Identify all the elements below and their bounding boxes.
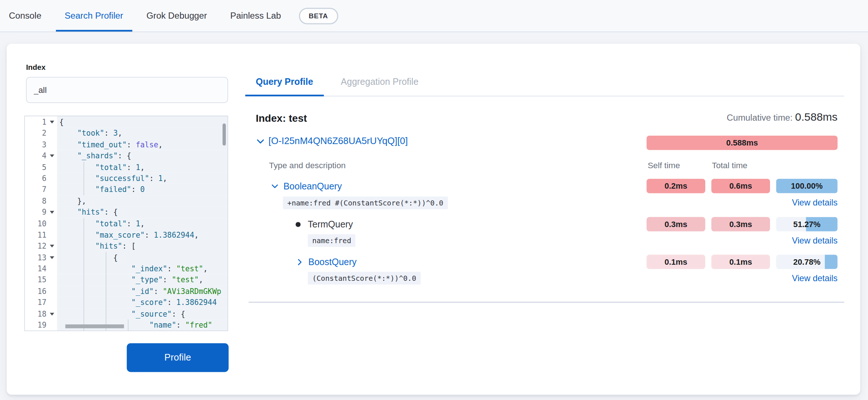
bullet-icon xyxy=(295,222,301,227)
tab-query-profile[interactable]: Query Profile xyxy=(245,68,324,96)
editor-gutter: 11 xyxy=(25,229,57,241)
self-time-badge: 0.3ms xyxy=(646,217,705,231)
index-heading: Index: test xyxy=(256,112,307,124)
editor-gutter: 12 xyxy=(25,241,57,252)
editor-line: 19 "name": "fred" xyxy=(25,320,227,331)
column-type-and-description: Type and description xyxy=(269,161,346,170)
cumulative-time: Cumulative time: 0.588ms xyxy=(505,111,837,124)
percent-badge: 100.00% xyxy=(776,179,838,193)
self-time-badge: 0.1ms xyxy=(646,254,705,269)
query-description: name:fred xyxy=(308,234,356,247)
tab-search-profiler[interactable]: Search Profiler xyxy=(56,0,132,31)
editor-line: 1{ xyxy=(25,116,227,128)
editor-horizontal-scrollbar[interactable] xyxy=(65,324,124,328)
editor-gutter: 5 xyxy=(25,161,57,173)
shard-time-badge: 0.588ms xyxy=(646,136,837,150)
editor-line: 7 "failed": 0 xyxy=(25,184,227,195)
cumulative-time-label: Cumulative time: xyxy=(727,113,792,122)
total-time-badge: 0.6ms xyxy=(712,179,770,193)
editor-line: 10 "total": 1, xyxy=(25,218,227,229)
indent-guide xyxy=(84,218,84,331)
percent-fill xyxy=(825,254,838,269)
fold-arrow-icon[interactable] xyxy=(50,121,54,124)
editor-line: 15 "_type": "test", xyxy=(25,274,227,286)
view-details-link[interactable]: View details xyxy=(742,236,838,246)
editor-line: 18 "_source": { xyxy=(25,308,227,320)
index-input[interactable] xyxy=(26,77,228,103)
tab-aggregation-profile: Aggregation Profile xyxy=(330,68,429,96)
editor-gutter: 15 xyxy=(25,274,57,286)
indent-guide xyxy=(106,252,106,331)
editor-line: 16 "_id": "AVi3aRDmGKWp xyxy=(25,286,227,297)
index-field-label: Index xyxy=(26,63,45,72)
fold-arrow-icon[interactable] xyxy=(50,245,54,248)
editor-gutter: 18 xyxy=(25,308,57,320)
fold-arrow-icon[interactable] xyxy=(50,313,54,316)
fold-arrow-icon[interactable] xyxy=(50,211,54,214)
editor-gutter: 2 xyxy=(25,128,57,139)
profile-tabs: Query Profile Aggregation Profile xyxy=(245,68,436,96)
percent-badge: 20.78% xyxy=(776,254,838,269)
editor-line: 8 }, xyxy=(25,195,227,207)
tab-console[interactable]: Console xyxy=(0,0,50,31)
shard-toggle[interactable]: [O-I25nM4QN6Z68UA5rUYqQ][0] xyxy=(256,136,408,147)
editor-gutter: 17 xyxy=(25,297,57,308)
json-query-editor[interactable]: 1{2 "took": 3,3 "timed_out": false,4 "_s… xyxy=(24,116,228,331)
indent-guide xyxy=(84,161,84,195)
editor-gutter: 13 xyxy=(25,252,57,263)
editor-line: 2 "took": 3, xyxy=(25,128,227,139)
indent-guide xyxy=(128,320,129,331)
query-description: +name:fred #(ConstantScore(*:*))^0.0 xyxy=(283,196,448,209)
query-name: TermQuery xyxy=(308,219,353,230)
editor-gutter: 3 xyxy=(25,139,57,150)
editor-gutter: 8 xyxy=(25,195,57,207)
query-name-link[interactable]: BooleanQuery xyxy=(283,181,342,191)
shard-id-link[interactable]: [O-I25nM4QN6Z68UA5rUYqQ][0] xyxy=(268,136,408,147)
fold-arrow-icon[interactable] xyxy=(50,256,54,259)
devtools-top-nav: Console Search Profiler Grok Debugger Pa… xyxy=(0,0,868,32)
view-details-link[interactable]: View details xyxy=(742,273,838,283)
fold-arrow-icon[interactable] xyxy=(50,155,54,158)
editor-line: 14 "_index": "test", xyxy=(25,263,227,274)
column-total-time: Total time xyxy=(712,161,747,170)
json-editor-lines: 1{2 "took": 3,3 "timed_out": false,4 "_s… xyxy=(25,116,227,331)
total-time-badge: 0.1ms xyxy=(712,254,770,269)
query-row-boostquery: BoostQuery xyxy=(295,254,356,269)
self-time-badge: 0.2ms xyxy=(646,179,705,193)
query-row-termquery: TermQuery xyxy=(295,217,353,231)
editor-line: 3 "timed_out": false, xyxy=(25,139,227,150)
editor-gutter: 14 xyxy=(25,263,57,274)
editor-line: 11 "max_score": 1.3862944, xyxy=(25,229,227,241)
query-row-booleanquery: BooleanQuery xyxy=(271,179,342,193)
editor-gutter: 1 xyxy=(25,116,57,128)
beta-badge: BETA xyxy=(299,7,338,24)
query-description: (ConstantScore(*:*))^0.0 xyxy=(308,272,421,284)
tab-painless-lab[interactable]: Painless Lab xyxy=(221,0,290,31)
cumulative-time-value: 0.588ms xyxy=(795,111,838,123)
editor-gutter: 16 xyxy=(25,286,57,297)
editor-gutter: 9 xyxy=(25,207,57,218)
chevron-right-icon[interactable] xyxy=(295,258,304,266)
total-time-badge: 0.3ms xyxy=(712,217,770,231)
percent-badge: 51.27% xyxy=(776,217,838,231)
view-details-link[interactable]: View details xyxy=(742,198,838,208)
tab-grok-debugger[interactable]: Grok Debugger xyxy=(137,0,216,31)
chevron-down-icon[interactable] xyxy=(271,182,279,190)
editor-line: 4 "_shards": { xyxy=(25,150,227,162)
column-self-time: Self time xyxy=(648,161,680,170)
editor-vertical-scrollbar[interactable] xyxy=(223,124,226,146)
query-name-link[interactable]: BoostQuery xyxy=(308,257,356,267)
results-bottom-divider xyxy=(249,302,844,303)
chevron-down-icon xyxy=(256,136,265,146)
editor-line: 12 "hits": [ xyxy=(25,241,227,252)
search-profiler-page: Console Search Profiler Grok Debugger Pa… xyxy=(0,0,868,400)
editor-line: 5 "total": 1, xyxy=(25,161,227,173)
editor-line: 9 "hits": { xyxy=(25,207,227,218)
editor-gutter: 7 xyxy=(25,184,57,195)
editor-gutter: 19 xyxy=(25,320,57,331)
profile-button[interactable]: Profile xyxy=(127,343,229,372)
editor-gutter: 4 xyxy=(25,150,57,162)
editor-gutter: 6 xyxy=(25,173,57,184)
editor-gutter: 10 xyxy=(25,218,57,229)
editor-line: 17 "_score": 1.3862944 xyxy=(25,297,227,308)
